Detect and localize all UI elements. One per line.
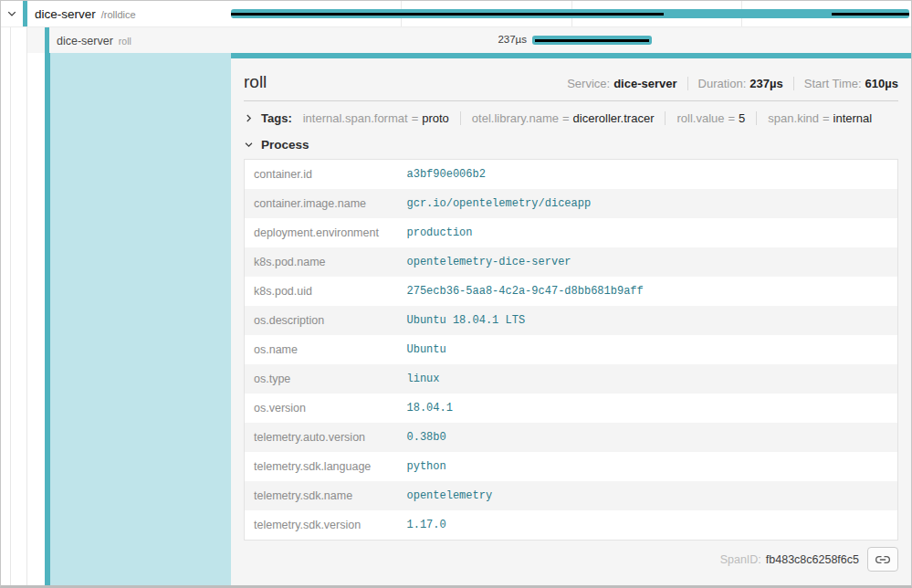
tags-items: internal.span.format=protootel.library.n… xyxy=(303,111,873,125)
timeline-and-detail: 237µs roll Service:dice-serverDuration:2… xyxy=(231,1,911,585)
spanid-label: SpanID: xyxy=(720,553,761,566)
critical-path-segment xyxy=(535,39,649,42)
process-value: 1.17.0 xyxy=(398,510,898,541)
operation-name: roll xyxy=(119,36,131,47)
process-key: k8s.pod.uid xyxy=(245,277,398,306)
process-value: linux xyxy=(398,364,898,394)
chevron-down-icon xyxy=(244,140,254,150)
process-key: telemetry.sdk.language xyxy=(245,452,398,481)
process-key: telemetry.auto.version xyxy=(245,423,398,452)
span-detail-header: roll Service:dice-serverDuration:237µsSt… xyxy=(244,58,898,92)
span-duration-label: 237µs xyxy=(231,34,527,45)
link-icon xyxy=(875,552,890,567)
span-name-column: dice-server/rolldice dice-serverroll xyxy=(1,1,231,585)
process-label: Process xyxy=(261,138,309,152)
tag-key: roll.value xyxy=(676,111,724,125)
tag-key: otel.library.name xyxy=(472,111,559,125)
process-key: k8s.pod.name xyxy=(245,247,398,277)
process-table-row: os.descriptionUbuntu 18.04.1 LTS xyxy=(245,306,898,335)
span-metrics: Service:dice-serverDuration:237µsStart T… xyxy=(567,77,898,90)
chevron-right-icon xyxy=(244,113,254,123)
tag-item: internal.span.format=proto xyxy=(303,111,449,125)
tag-equals: = xyxy=(408,111,423,125)
service-name: dice-server xyxy=(35,7,96,21)
metric-value: 610µs xyxy=(865,77,898,90)
process-value: opentelemetry xyxy=(398,481,898,510)
service-name: dice-server xyxy=(57,35,113,47)
process-table-row: deployment.environmentproduction xyxy=(245,218,898,247)
process-value: Ubuntu xyxy=(398,335,898,364)
copy-link-button[interactable] xyxy=(867,547,898,572)
indent-guide xyxy=(10,27,11,585)
process-key: os.name xyxy=(245,335,398,364)
process-value: a3bf90e006b2 xyxy=(398,160,898,190)
tag-item: span.kind=internal xyxy=(756,111,872,125)
span-label-child[interactable]: dice-serverroll xyxy=(57,32,131,48)
tag-value: proto xyxy=(422,111,449,125)
process-table-row: os.nameUbuntu xyxy=(245,335,898,364)
process-table-row: k8s.pod.nameopentelemetry-dice-server xyxy=(245,247,898,277)
process-table-row: telemetry.auto.version0.38b0 xyxy=(245,423,898,452)
metric-value: 237µs xyxy=(750,77,782,90)
process-kv-tbody: container.ida3bf90e006b2container.image.… xyxy=(245,160,898,541)
span-row-roll[interactable]: dice-serverroll xyxy=(1,27,231,53)
metric-item: Start Time:610µs xyxy=(793,77,898,90)
process-key: container.image.name xyxy=(245,189,398,218)
timeline-row-rolldice xyxy=(231,1,911,27)
operation-name: /rolldice xyxy=(101,9,136,20)
tag-value: diceroller.tracer xyxy=(573,111,655,125)
process-key: telemetry.sdk.version xyxy=(245,510,398,541)
tag-equals: = xyxy=(819,111,833,125)
metric-item: Service:dice-server xyxy=(567,77,676,90)
indent-guide xyxy=(26,27,27,585)
critical-path-segment xyxy=(832,13,909,16)
span-label-root[interactable]: dice-server/rolldice xyxy=(35,5,136,22)
span-detail-panel: roll Service:dice-serverDuration:237µsSt… xyxy=(231,58,911,585)
tag-item: roll.value=5 xyxy=(665,111,745,125)
span-row-rolldice[interactable]: dice-server/rolldice xyxy=(1,1,231,27)
span-title: roll xyxy=(244,72,267,92)
process-value: opentelemetry-dice-server xyxy=(398,247,898,277)
process-value: production xyxy=(398,218,898,247)
span-bar-rolldice[interactable] xyxy=(231,9,909,18)
process-accordion[interactable]: Process xyxy=(244,133,898,159)
spanid-value: fb483c8c6258f6c5 xyxy=(766,553,859,566)
tags-accordion[interactable]: Tags: internal.span.format=protootel.lib… xyxy=(244,101,898,133)
tag-equals: = xyxy=(725,111,739,125)
process-table-row: container.ida3bf90e006b2 xyxy=(245,160,898,190)
span-detail-footer: SpanID: fb483c8c6258f6c5 xyxy=(244,541,898,578)
process-table-row: telemetry.sdk.version1.17.0 xyxy=(245,510,898,541)
process-key: os.description xyxy=(245,306,398,335)
trace-timeline-view: dice-server/rolldice dice-serverroll xyxy=(0,0,912,588)
tag-equals: = xyxy=(559,111,573,125)
process-table-row: k8s.pod.uid275ecb36-5aa8-4c2a-9c47-d8bb6… xyxy=(245,277,898,306)
timeline-row-roll: 237µs xyxy=(231,27,911,53)
metric-label: Duration: xyxy=(698,77,747,90)
metric-label: Start Time: xyxy=(804,77,862,90)
process-key: os.type xyxy=(245,364,398,394)
critical-path-segment xyxy=(231,13,664,16)
metric-item: Duration:237µs xyxy=(687,77,783,90)
process-key: container.id xyxy=(245,160,398,190)
process-value: Ubuntu 18.04.1 LTS xyxy=(398,306,898,335)
process-value: 18.04.1 xyxy=(398,394,898,423)
process-key: telemetry.sdk.name xyxy=(245,481,398,510)
metric-label: Service: xyxy=(567,77,610,90)
collapse-chevron-icon[interactable] xyxy=(1,8,23,19)
tag-item: otel.library.name=diceroller.tracer xyxy=(460,111,655,125)
process-table-row: telemetry.sdk.nameopentelemetry xyxy=(245,481,898,510)
process-table-row: os.typelinux xyxy=(245,364,898,394)
timeline-rows: 237µs xyxy=(231,1,911,53)
tags-label: Tags: xyxy=(261,111,292,125)
tag-value: internal xyxy=(833,111,873,125)
selected-span-row-highlight xyxy=(1,53,231,585)
process-value: python xyxy=(398,452,898,481)
process-value: 0.38b0 xyxy=(398,423,898,452)
process-table-row: os.version18.04.1 xyxy=(245,394,898,423)
selected-row-fill xyxy=(50,53,231,585)
service-color-bar xyxy=(45,27,49,53)
process-value: 275ecb36-5aa8-4c2a-9c47-d8bb681b9aff xyxy=(398,277,898,306)
span-bar-roll[interactable] xyxy=(532,36,652,45)
process-value: gcr.io/opentelemetry/diceapp xyxy=(398,189,898,218)
process-table-row: telemetry.sdk.languagepython xyxy=(245,452,898,481)
